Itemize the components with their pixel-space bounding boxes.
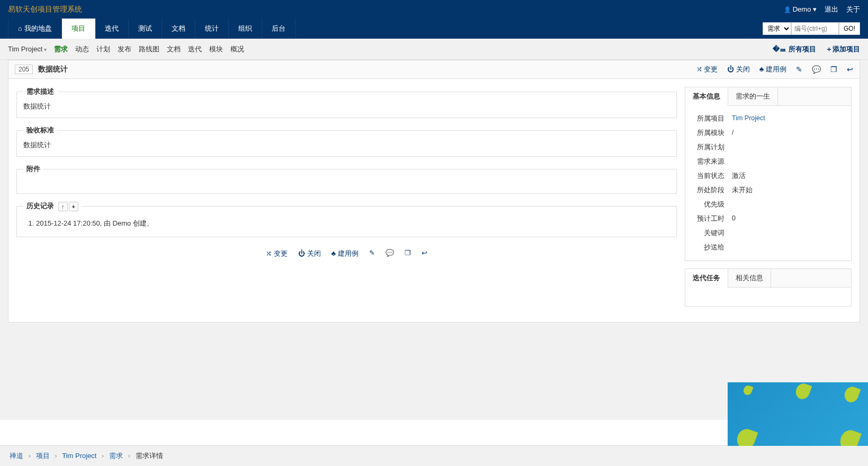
subnav-plan[interactable]: 计划 — [96, 44, 110, 54]
search-go-button[interactable]: GO! — [839, 22, 860, 35]
plus-icon: ＋ — [826, 45, 833, 53]
info-row: 预计工时0 — [694, 212, 843, 226]
nav-admin[interactable]: 后台 — [262, 19, 296, 39]
copy-icon[interactable]: ❐ — [830, 65, 837, 74]
subnav-overview[interactable]: 概况 — [230, 44, 244, 54]
spec-legend: 需求描述 — [23, 87, 57, 96]
shuffle-icon: ⤭ — [266, 249, 274, 257]
sub-nav-right: �⅏ 所有项目 ＋添加项目 — [773, 44, 860, 54]
history-legend: 历史记录 ↑ + — [23, 201, 82, 211]
logout-link[interactable]: 退出 — [825, 5, 838, 14]
tab-headers-2: 迭代任务 相关信息 — [685, 269, 851, 288]
title-bar: 205 数据统计 ⤭ 变更 ⏻ 关闭 ♣ 建用例 ✎ 💬 ❐ ↩ — [8, 60, 860, 79]
info-row: 当前状态激活 — [694, 169, 843, 183]
action-create-case-2[interactable]: ♣ 建用例 — [332, 249, 359, 258]
info-row: 需求来源 — [694, 155, 843, 168]
tab-iter-tasks[interactable]: 迭代任务 — [685, 269, 728, 288]
content-row: 需求描述 数据统计 验收标准 数据统计 附件 历史记录 ↑ — [8, 79, 860, 322]
nav-iteration[interactable]: 迭代 — [95, 19, 129, 39]
sub-nav-left: Tim Project 需求 动态 计划 发布 路线图 文档 迭代 模块 概况 — [8, 44, 244, 54]
files-legend: 附件 — [23, 164, 43, 174]
tab-body-1: 所属项目Tim Project 所属模块/ 所属计划 需求来源 当前状态激活 所… — [685, 106, 851, 261]
search-type-select[interactable]: 需求 — [763, 22, 791, 35]
add-project-link[interactable]: ＋添加项目 — [826, 44, 860, 54]
history-fieldset: 历史记录 ↑ + 2015-12-24 17:20:50, 由 Demo 创建。 — [16, 201, 677, 237]
subnav-doc[interactable]: 文档 — [167, 44, 181, 54]
info-table: 所属项目Tim Project 所属模块/ 所属计划 需求来源 当前状态激活 所… — [693, 111, 844, 255]
history-add-button[interactable]: + — [69, 202, 78, 211]
brand-title: 易软天创项目管理系统 — [8, 5, 82, 14]
edit-icon[interactable]: ✎ — [796, 65, 802, 74]
tab-story-life[interactable]: 需求的一生 — [728, 87, 778, 105]
subnav-release[interactable]: 发布 — [118, 44, 131, 54]
nav-my[interactable]: 我的地盘 — [8, 19, 62, 39]
main-nav-list: 我的地盘 项目 迭代 测试 文档 统计 组织 后台 — [8, 19, 296, 39]
verify-content: 数据统计 — [23, 140, 670, 150]
power-icon: ⏻ — [298, 249, 307, 257]
project-link[interactable]: Tim Project — [732, 114, 765, 122]
corner-decoration — [728, 382, 868, 420]
info-row: 关键词 — [694, 227, 843, 240]
nav-stat[interactable]: 统计 — [195, 19, 229, 39]
action-change-2[interactable]: ⤭ 变更 — [266, 249, 288, 258]
all-projects-link[interactable]: �⅏ 所有项目 — [773, 44, 816, 54]
subnav-module[interactable]: 模块 — [209, 44, 223, 54]
story-title: 数据统计 — [38, 65, 68, 74]
info-row: 所处阶段未开始 — [694, 184, 843, 197]
subnav-iter[interactable]: 迭代 — [188, 44, 202, 54]
action-close[interactable]: ⏻ 关闭 — [727, 65, 750, 74]
sub-nav: Tim Project 需求 动态 计划 发布 路线图 文档 迭代 模块 概况 … — [0, 39, 868, 60]
info-row: 所属模块/ — [694, 127, 843, 140]
subnav-roadmap[interactable]: 路线图 — [139, 44, 159, 54]
tab-body-2 — [685, 288, 851, 306]
nav-test[interactable]: 测试 — [129, 19, 162, 39]
action-close-2[interactable]: ⏻ 关闭 — [298, 249, 321, 258]
files-fieldset: 附件 — [16, 164, 677, 194]
verify-fieldset: 验收标准 数据统计 — [16, 126, 677, 157]
info-row: 优先级 — [694, 198, 843, 211]
history-up-button[interactable]: ↑ — [58, 202, 68, 211]
verify-legend: 验收标准 — [23, 126, 57, 135]
back-icon[interactable]: ↩ — [847, 65, 853, 74]
info-row: 所属项目Tim Project — [694, 112, 843, 126]
sitemap-icon: ♣ — [332, 249, 338, 257]
project-selector[interactable]: Tim Project — [8, 45, 47, 53]
shuffle-icon: ⤭ — [696, 65, 704, 73]
sitemap-icon: �⅏ — [773, 45, 789, 53]
nav-project[interactable]: 项目 — [62, 19, 95, 39]
comment-icon-2[interactable]: 💬 — [386, 249, 394, 258]
info-row: 抄送给 — [694, 241, 843, 254]
center-actions: ⤭ 变更 ⏻ 关闭 ♣ 建用例 ✎ 💬 ❐ ↩ — [16, 245, 677, 261]
tab-basic-info[interactable]: 基本信息 — [685, 87, 728, 106]
main-container: 205 数据统计 ⤭ 变更 ⏻ 关闭 ♣ 建用例 ✎ 💬 ❐ ↩ 需求描述 数据… — [0, 60, 868, 420]
basic-info-tabs: 基本信息 需求的一生 所属项目Tim Project 所属模块/ 所属计划 需求… — [685, 87, 852, 261]
home-icon — [18, 24, 24, 32]
files-content — [23, 179, 670, 187]
title-left: 205 数据统计 — [15, 65, 68, 74]
tab-headers-1: 基本信息 需求的一生 — [685, 87, 851, 106]
user-menu[interactable]: Demo ▾ — [784, 5, 817, 13]
about-link[interactable]: 关于 — [846, 5, 860, 14]
nav-doc[interactable]: 文档 — [162, 19, 195, 39]
spec-content: 数据统计 — [23, 102, 670, 111]
back-icon-2[interactable]: ↩ — [422, 249, 427, 258]
search-input[interactable] — [791, 22, 839, 35]
top-right-links: Demo ▾ 退出 关于 — [784, 5, 860, 14]
action-change[interactable]: ⤭ 变更 — [696, 65, 718, 74]
story-id-badge: 205 — [15, 65, 33, 74]
top-bar: 易软天创项目管理系统 Demo ▾ 退出 关于 — [0, 0, 868, 19]
search-box: 需求 GO! — [763, 22, 860, 35]
tab-related-info[interactable]: 相关信息 — [728, 269, 771, 287]
edit-icon-2[interactable]: ✎ — [369, 249, 375, 258]
copy-icon-2[interactable]: ❐ — [405, 249, 411, 258]
info-row: 所属计划 — [694, 141, 843, 154]
right-column: 基本信息 需求的一生 所属项目Tim Project 所属模块/ 所属计划 需求… — [685, 87, 852, 314]
subnav-dynamic[interactable]: 动态 — [75, 44, 89, 54]
action-create-case[interactable]: ♣ 建用例 — [759, 65, 786, 74]
nav-org[interactable]: 组织 — [229, 19, 262, 39]
comment-icon[interactable]: 💬 — [812, 65, 821, 74]
related-tabs: 迭代任务 相关信息 — [685, 268, 852, 307]
story-panel: 205 数据统计 ⤭ 变更 ⏻ 关闭 ♣ 建用例 ✎ 💬 ❐ ↩ 需求描述 数据… — [8, 60, 860, 322]
subnav-story[interactable]: 需求 — [54, 44, 68, 54]
left-column: 需求描述 数据统计 验收标准 数据统计 附件 历史记录 ↑ — [16, 87, 677, 261]
